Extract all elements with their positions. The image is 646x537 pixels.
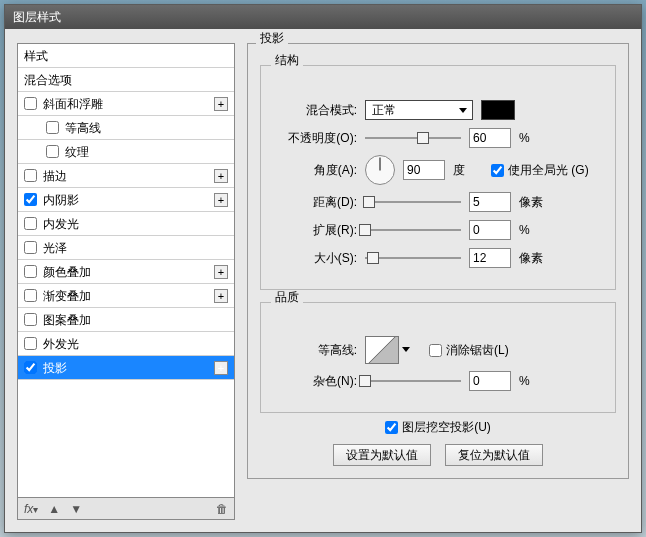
spread-input[interactable] (469, 220, 511, 240)
sidebar-item-drop-shadow[interactable]: 投影+ (18, 356, 234, 380)
checkbox-contour[interactable] (46, 121, 59, 134)
spread-slider[interactable] (365, 223, 461, 237)
structure-group: 结构 混合模式: 正常 不透明度(O): % 角度(A): (260, 65, 616, 290)
make-default-button[interactable]: 设置为默认值 (333, 444, 431, 466)
checkbox-outer-glow[interactable] (24, 337, 37, 350)
blend-mode-combo[interactable]: 正常 (365, 100, 473, 120)
checkbox-satin[interactable] (24, 241, 37, 254)
checkbox-bevel[interactable] (24, 97, 37, 110)
knockout-checkbox[interactable]: 图层挖空投影(U) (385, 419, 491, 436)
drop-shadow-group: 投影 结构 混合模式: 正常 不透明度(O): % (247, 43, 629, 479)
noise-label: 杂色(N): (275, 373, 357, 390)
layer-style-dialog: 图层样式 样式 混合选项 斜面和浮雕+ 等高线 纹理 描边+ 内阴影+ 内发光 … (4, 4, 642, 533)
checkbox-color-overlay[interactable] (24, 265, 37, 278)
size-label: 大小(S): (275, 250, 357, 267)
checkbox-stroke[interactable] (24, 169, 37, 182)
global-light-checkbox[interactable]: 使用全局光 (G) (491, 162, 589, 179)
reset-default-button[interactable]: 复位为默认值 (445, 444, 543, 466)
angle-input[interactable] (403, 160, 445, 180)
trash-icon[interactable]: 🗑 (216, 502, 228, 516)
expand-icon[interactable]: + (214, 193, 228, 207)
distance-input[interactable] (469, 192, 511, 212)
checkbox-inner-glow[interactable] (24, 217, 37, 230)
settings-panel: 投影 结构 混合模式: 正常 不透明度(O): % (247, 43, 629, 520)
angle-label: 角度(A): (275, 162, 357, 179)
contour-picker[interactable] (365, 336, 399, 364)
sidebar-item-satin[interactable]: 光泽 (18, 236, 234, 260)
window-title: 图层样式 (13, 10, 61, 24)
opacity-input[interactable] (469, 128, 511, 148)
shadow-color-swatch[interactable] (481, 100, 515, 120)
sidebar-item-pattern-overlay[interactable]: 图案叠加 (18, 308, 234, 332)
opacity-label: 不透明度(O): (275, 130, 357, 147)
sidebar-item-outer-glow[interactable]: 外发光 (18, 332, 234, 356)
sidebar-item-bevel[interactable]: 斜面和浮雕+ (18, 92, 234, 116)
distance-slider[interactable] (365, 195, 461, 209)
expand-icon[interactable]: + (214, 169, 228, 183)
size-input[interactable] (469, 248, 511, 268)
contour-label: 等高线: (275, 342, 357, 359)
arrow-down-icon[interactable]: ▼ (70, 502, 82, 516)
checkbox-drop-shadow[interactable] (24, 361, 37, 374)
checkbox-pattern-overlay[interactable] (24, 313, 37, 326)
sidebar-item-inner-glow[interactable]: 内发光 (18, 212, 234, 236)
sidebar-item-gradient-overlay[interactable]: 渐变叠加+ (18, 284, 234, 308)
sidebar-item-contour[interactable]: 等高线 (18, 116, 234, 140)
structure-legend: 结构 (275, 53, 299, 67)
noise-slider[interactable] (365, 374, 461, 388)
quality-legend: 品质 (275, 290, 299, 304)
arrow-up-icon[interactable]: ▲ (48, 502, 60, 516)
checkbox-inner-shadow[interactable] (24, 193, 37, 206)
sidebar-footer: fx▾ ▲ ▼ 🗑 (18, 497, 234, 519)
blend-mode-label: 混合模式: (275, 102, 357, 119)
fx-menu-icon[interactable]: fx▾ (24, 502, 38, 516)
sidebar-item-texture[interactable]: 纹理 (18, 140, 234, 164)
angle-dial[interactable] (365, 155, 395, 185)
quality-group: 品质 等高线: 消除锯齿(L) 杂色(N): % (260, 302, 616, 413)
effects-sidebar: 样式 混合选项 斜面和浮雕+ 等高线 纹理 描边+ 内阴影+ 内发光 光泽 颜色… (17, 43, 235, 520)
blending-options-header[interactable]: 混合选项 (18, 68, 234, 92)
checkbox-gradient-overlay[interactable] (24, 289, 37, 302)
expand-icon[interactable]: + (214, 265, 228, 279)
expand-icon[interactable]: + (214, 97, 228, 111)
size-slider[interactable] (365, 251, 461, 265)
sidebar-item-inner-shadow[interactable]: 内阴影+ (18, 188, 234, 212)
spread-label: 扩展(R): (275, 222, 357, 239)
noise-input[interactable] (469, 371, 511, 391)
sidebar-item-stroke[interactable]: 描边+ (18, 164, 234, 188)
checkbox-texture[interactable] (46, 145, 59, 158)
expand-icon[interactable]: + (214, 361, 228, 375)
panel-title: 投影 (260, 31, 284, 45)
styles-header[interactable]: 样式 (18, 44, 234, 68)
distance-label: 距离(D): (275, 194, 357, 211)
antialias-checkbox[interactable]: 消除锯齿(L) (429, 342, 509, 359)
opacity-slider[interactable] (365, 131, 461, 145)
sidebar-item-color-overlay[interactable]: 颜色叠加+ (18, 260, 234, 284)
titlebar[interactable]: 图层样式 (5, 5, 641, 29)
expand-icon[interactable]: + (214, 289, 228, 303)
